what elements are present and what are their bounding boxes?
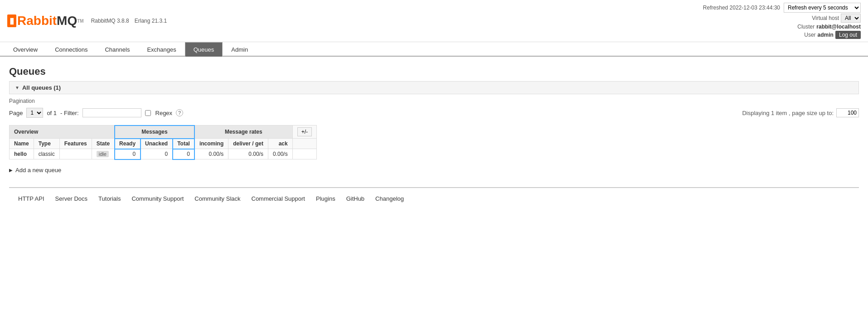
add-queue-section[interactable]: ▶ Add a new queue	[9, 167, 859, 174]
group-overview: Overview	[10, 125, 115, 139]
footer: HTTP APIServer DocsTutorialsCommunity Su…	[9, 187, 859, 209]
add-queue-label: Add a new queue	[15, 167, 61, 174]
cluster-value: rabbit@localhost	[816, 24, 861, 30]
col-ack: ack	[268, 139, 292, 149]
rabbitmq-version: RabbitMQ 3.8.8	[91, 18, 129, 24]
regex-checkbox[interactable]	[145, 110, 151, 116]
queue-features	[59, 149, 92, 159]
footer-link[interactable]: Community Slack	[194, 195, 240, 202]
filter-input[interactable]	[82, 108, 141, 117]
col-features: Features	[59, 139, 92, 149]
filter-label: - Filter:	[60, 110, 78, 116]
erlang-version: Erlang 21.3.1	[135, 18, 167, 24]
all-queues-label: All queues (1)	[22, 84, 61, 91]
footer-link[interactable]: Plugins	[316, 195, 335, 202]
col-type: Type	[34, 139, 59, 149]
version-info: RabbitMQ 3.8.8 Erlang 21.3.1	[91, 18, 167, 24]
vhost-row: Virtual host All	[812, 14, 861, 23]
user-label: User	[804, 32, 815, 38]
page-title: Queues	[9, 66, 859, 77]
cluster-label: Cluster	[797, 24, 815, 30]
vhost-select[interactable]: All	[841, 14, 861, 23]
user-row: User admin Log out	[804, 31, 861, 39]
group-message-rates: Message rates	[194, 125, 292, 139]
logout-button[interactable]: Log out	[835, 31, 861, 39]
col-name: Name	[10, 139, 34, 149]
logo-area: ▮ Rabbit MQ TM RabbitMQ 3.8.8 Erlang 21.…	[7, 14, 167, 28]
footer-link[interactable]: Commercial Support	[252, 195, 305, 202]
of-label: of 1	[47, 110, 57, 116]
top-bar: ▮ Rabbit MQ TM RabbitMQ 3.8.8 Erlang 21.…	[0, 0, 868, 42]
regex-label: Regex	[155, 110, 173, 116]
queue-unacked: 0	[141, 149, 173, 159]
queue-total: 0	[173, 149, 195, 159]
nav-item-queues[interactable]: Queues	[185, 42, 223, 57]
vhost-label: Virtual host	[812, 15, 839, 21]
col-total: Total	[173, 139, 195, 149]
logo: ▮ Rabbit MQ TM	[7, 14, 84, 28]
logo-mq: MQ	[57, 14, 77, 28]
table-row: hello classic idle 0 0 0 0.00/s 0.00/s 0…	[10, 149, 317, 159]
group-messages: Messages	[115, 125, 195, 139]
all-queues-arrow: ▼	[15, 85, 19, 90]
nav-item-channels[interactable]: Channels	[96, 42, 138, 57]
nav-item-connections[interactable]: Connections	[46, 42, 96, 57]
pagination-controls: Page 1 of 1 - Filter: Regex ? Displaying…	[9, 108, 859, 118]
nav-bar: Overview Connections Channels Exchanges …	[0, 42, 868, 57]
content: Queues ▼ All queues (1) Pagination Page …	[0, 57, 868, 218]
queue-ready: 0	[115, 149, 141, 159]
queue-state: idle	[92, 149, 114, 159]
top-right: Refreshed 2022-12-03 23:44:30 Refresh ev…	[703, 3, 861, 39]
page-size-input[interactable]	[836, 108, 859, 117]
cluster-row: Cluster rabbit@localhost	[797, 24, 861, 30]
footer-link[interactable]: Changelog	[375, 195, 404, 202]
queue-extra	[292, 149, 316, 159]
refresh-row: Refreshed 2022-12-03 23:44:30 Refresh ev…	[703, 3, 861, 13]
queue-name-link[interactable]: hello	[14, 151, 27, 157]
col-ready: Ready	[115, 139, 141, 149]
displaying-label: Displaying 1 item , page size up to:	[742, 110, 834, 116]
queue-incoming: 0.00/s	[194, 149, 228, 159]
queue-ack: 0.00/s	[268, 149, 292, 159]
plus-minus-btn-header[interactable]: +/-	[292, 125, 316, 139]
col-empty	[292, 139, 316, 149]
nav-item-overview[interactable]: Overview	[5, 42, 46, 57]
queue-deliver-get: 0.00/s	[228, 149, 268, 159]
refresh-time: Refreshed 2022-12-03 23:44:30	[703, 5, 780, 11]
col-state: State	[92, 139, 114, 149]
page-label: Page	[9, 110, 23, 116]
help-icon[interactable]: ?	[176, 109, 183, 116]
page-size-right: Displaying 1 item , page size up to:	[742, 108, 859, 117]
queue-type: classic	[34, 149, 59, 159]
col-incoming: incoming	[194, 139, 228, 149]
refresh-select[interactable]: Refresh every 5 seconds Refresh every 10…	[784, 3, 861, 13]
queues-table-wrapper: Overview Messages Message rates +/- Name…	[9, 125, 859, 159]
logo-icon: ▮	[7, 14, 16, 27]
nav-item-admin[interactable]: Admin	[223, 42, 257, 57]
footer-link[interactable]: Server Docs	[55, 195, 88, 202]
nav-item-exchanges[interactable]: Exchanges	[138, 42, 184, 57]
queues-table: Overview Messages Message rates +/- Name…	[9, 125, 317, 159]
footer-link[interactable]: HTTP API	[18, 195, 44, 202]
logo-rabbit: Rabbit	[17, 14, 57, 28]
footer-link[interactable]: GitHub	[346, 195, 364, 202]
footer-link[interactable]: Tutorials	[98, 195, 121, 202]
all-queues-header[interactable]: ▼ All queues (1)	[9, 81, 859, 94]
plus-minus-button[interactable]: +/-	[297, 127, 312, 136]
pagination-section: Pagination Page 1 of 1 - Filter: Regex ?…	[9, 98, 859, 118]
logo-tm: TM	[77, 19, 83, 24]
pagination-left: Page 1 of 1 - Filter: Regex ?	[9, 108, 183, 118]
footer-link[interactable]: Community Support	[131, 195, 184, 202]
col-deliver-get: deliver / get	[228, 139, 268, 149]
page-select[interactable]: 1	[26, 108, 43, 118]
user-value: admin	[818, 32, 834, 38]
pagination-label: Pagination	[9, 98, 859, 104]
add-queue-arrow: ▶	[9, 168, 13, 173]
col-unacked: Unacked	[141, 139, 173, 149]
